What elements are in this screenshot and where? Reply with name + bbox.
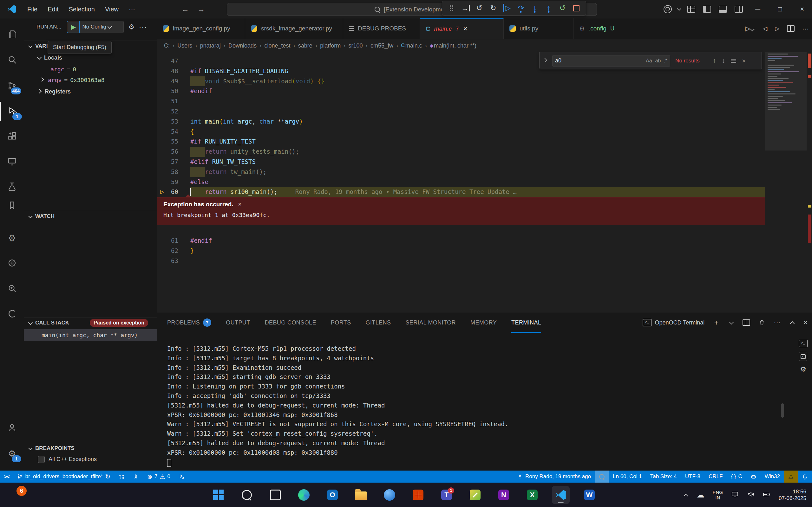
tab-image-gen-config-py[interactable]: image_gen_config.py	[157, 18, 245, 39]
run-to-cursor-icon[interactable]: →	[460, 3, 471, 14]
status-warning-icon[interactable]: ⚠	[784, 470, 798, 483]
breadcrumb-item[interactable]: platform	[320, 43, 341, 49]
nav-forward-icon[interactable]: →	[197, 5, 205, 14]
edge-icon[interactable]	[295, 486, 313, 504]
refresh-icon[interactable]: ↻	[488, 3, 499, 14]
extension-view-4-icon[interactable]	[0, 304, 24, 323]
run-file-button[interactable]: ▷	[745, 25, 755, 32]
account-icon[interactable]	[664, 5, 672, 13]
tab-srsdk-image-generator-py[interactable]: srsdk_image_generator.py	[245, 18, 343, 39]
tab-main-c[interactable]: Cmain.c7×	[420, 18, 504, 39]
extension-view-1-icon[interactable]: ⚙	[0, 228, 24, 247]
regex-icon[interactable]: .*	[664, 58, 667, 64]
code-line-52[interactable]: 52	[157, 107, 765, 117]
copilot-icon[interactable]	[746, 470, 761, 483]
code-line-63[interactable]: 63	[157, 256, 765, 266]
split-terminal-icon[interactable]	[743, 320, 750, 326]
next-change-icon[interactable]: ▷	[775, 25, 779, 32]
find-next-icon[interactable]: ↓	[722, 57, 725, 65]
teams-icon[interactable]: T1	[438, 486, 455, 504]
restart-icon[interactable]: ↺	[557, 3, 568, 14]
menu-edit[interactable]: Edit	[43, 3, 63, 15]
platform-item[interactable]: Win32	[761, 470, 784, 483]
toggle-panel-icon[interactable]	[719, 6, 727, 13]
vscode-taskbar-icon[interactable]	[552, 486, 570, 504]
code-line-57[interactable]: 57#elif RUN_TW_TESTS	[157, 157, 765, 167]
browser-globe-icon[interactable]	[380, 486, 398, 504]
git-branch-item[interactable]: br_old_drivers_bootloader_tflite* ↻	[13, 470, 114, 483]
panel-tab-terminal[interactable]: TERMINAL	[511, 313, 541, 333]
code-line-50[interactable]: 50#endif	[157, 86, 765, 96]
views-more-icon[interactable]: ···	[139, 23, 147, 31]
panel-tab-output[interactable]: OUTPUT	[226, 313, 250, 333]
breadcrumb-item[interactable]: C:	[164, 43, 170, 49]
terminal-dropdown-icon[interactable]	[729, 320, 734, 324]
breadcrumb-item[interactable]: Downloads	[229, 43, 257, 49]
watch-section-header[interactable]: WATCH	[24, 211, 157, 222]
code-line-55[interactable]: 55#if RUN_UNITY_TEST	[157, 136, 765, 147]
terminal-list-item-active[interactable]: >_	[799, 352, 807, 361]
new-terminal-icon[interactable]: ＋	[713, 318, 720, 327]
nav-back-icon[interactable]: ←	[182, 5, 189, 14]
minimap[interactable]	[765, 52, 807, 230]
network-icon[interactable]	[731, 491, 739, 499]
panel-more-actions-icon[interactable]: ···	[774, 319, 780, 327]
account-sidebar-icon[interactable]	[0, 418, 24, 437]
step-into-icon[interactable]: ↓	[529, 3, 540, 14]
code-line-59[interactable]: 59#else	[157, 177, 765, 187]
task-view-icon[interactable]	[266, 486, 284, 504]
breakpoint-checkbox[interactable]	[38, 456, 45, 463]
code-line-54[interactable]: 54{	[157, 127, 765, 137]
reverse-continue-icon[interactable]: ↺	[474, 3, 485, 14]
terminal-scrollbar[interactable]	[781, 403, 784, 418]
breadcrumb-item[interactable]: sabre	[298, 43, 312, 49]
tray-hidden-icons-chevron[interactable]	[683, 494, 688, 498]
code-line-56[interactable]: 56return unity_tests_main();	[157, 147, 765, 157]
find-expand-icon[interactable]	[543, 58, 547, 62]
run-and-debug-icon[interactable]: 1	[0, 102, 24, 121]
toggle-sidebar-icon[interactable]	[703, 6, 711, 13]
panel-tab-serial-monitor[interactable]: SERIAL MONITOR	[405, 313, 456, 333]
launch-icon[interactable]	[129, 470, 143, 483]
close-button[interactable]: ×	[792, 0, 812, 18]
configure-gear-icon[interactable]: ⚙	[128, 23, 135, 31]
tab--config[interactable]: ⚙.configU	[573, 18, 648, 39]
testing-icon[interactable]	[0, 177, 24, 196]
split-editor-icon[interactable]	[787, 25, 795, 32]
encoding-item[interactable]: UTF-8	[681, 470, 705, 483]
menu-file[interactable]: File	[22, 3, 43, 15]
locals-group[interactable]: Locals	[24, 53, 157, 63]
outlook-icon[interactable]: O	[323, 486, 341, 504]
terminal-output[interactable]: Info : [5312.m55] Cortex-M55 r1p1 proces…	[167, 344, 770, 467]
variable-argv[interactable]: argv =0x300163a8	[24, 75, 157, 85]
breadcrumb-item[interactable]: Cmain.c	[401, 43, 422, 49]
volume-icon[interactable]	[747, 491, 755, 499]
extension-view-3-icon[interactable]	[0, 279, 24, 298]
prev-change-icon[interactable]: ◁	[763, 25, 767, 32]
close-panel-icon[interactable]: ×	[803, 319, 808, 327]
call-stack-frame[interactable]: main(int argc, char ** argv)	[24, 329, 157, 341]
tab-size-item[interactable]: Tab Size: 4	[646, 470, 681, 483]
code-line-49[interactable]: 49void $sub$$__scatterload(void) {}	[157, 76, 765, 87]
cursor-position-item[interactable]: Ln 60, Col 1	[609, 470, 646, 483]
code-line-51[interactable]: 51	[157, 96, 765, 107]
language-indicator[interactable]: ENGIN	[713, 490, 723, 500]
panel-tab-gitlens[interactable]: GITLENS	[366, 313, 391, 333]
kill-terminal-icon[interactable]	[758, 319, 765, 326]
code-editor[interactable]: 4748#if DISABLE_SCATTER_LOADING49void $s…	[157, 52, 765, 312]
breadcrumb-item[interactable]: pnataraj	[200, 43, 221, 49]
onenote-icon[interactable]: N	[495, 486, 513, 504]
minimize-button[interactable]: ─	[748, 0, 768, 18]
breadcrumb-item[interactable]: sr100	[349, 43, 363, 49]
stop-icon[interactable]	[571, 3, 582, 14]
bookmarks-icon[interactable]	[0, 196, 24, 215]
breadcrumb-item[interactable]: clone_test	[264, 43, 290, 49]
panel-tab-debug-console[interactable]: DEBUG CONSOLE	[265, 313, 316, 333]
excel-icon[interactable]: X	[523, 486, 541, 504]
search-sidebar-icon[interactable]	[0, 50, 24, 69]
terminal-list-item[interactable]: >_	[799, 340, 808, 347]
windows-start-icon[interactable]	[209, 486, 227, 504]
whole-word-icon[interactable]: ab	[655, 58, 661, 64]
start-debugging-button[interactable]: ▶	[67, 21, 80, 33]
code-line-60[interactable]: 60▷return sr100_main();Rony Rado, 19 mon…	[157, 187, 765, 197]
